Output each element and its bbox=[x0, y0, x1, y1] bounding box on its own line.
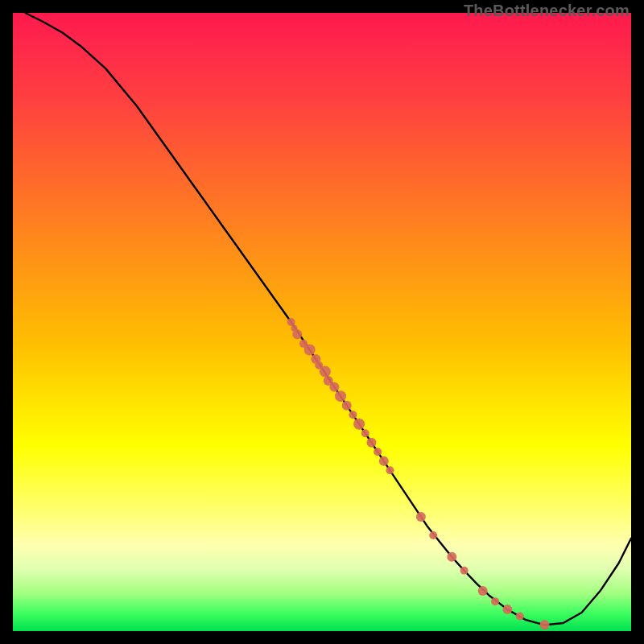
svg-point-12 bbox=[349, 411, 357, 419]
svg-point-17 bbox=[379, 456, 389, 466]
svg-point-4 bbox=[304, 345, 316, 356]
svg-point-14 bbox=[361, 429, 369, 437]
svg-point-21 bbox=[447, 552, 456, 562]
svg-point-9 bbox=[329, 382, 339, 392]
bottleneck-curve bbox=[25, 13, 631, 625]
svg-point-10 bbox=[335, 390, 346, 402]
svg-point-26 bbox=[516, 613, 524, 621]
svg-point-25 bbox=[502, 605, 512, 614]
svg-point-20 bbox=[429, 531, 437, 539]
svg-point-23 bbox=[478, 586, 488, 596]
svg-point-27 bbox=[539, 620, 549, 630]
watermark-text: TheBottlenecker.com bbox=[464, 2, 630, 20]
svg-point-11 bbox=[342, 401, 352, 411]
svg-point-13 bbox=[353, 419, 365, 430]
data-points bbox=[287, 318, 550, 630]
svg-point-16 bbox=[374, 448, 382, 456]
svg-point-22 bbox=[460, 567, 469, 575]
svg-point-0 bbox=[287, 318, 295, 326]
chart-container: TheBottlenecker.com bbox=[0, 0, 644, 644]
svg-point-2 bbox=[292, 329, 302, 339]
chart-svg bbox=[13, 13, 631, 631]
svg-point-24 bbox=[491, 597, 499, 605]
svg-point-18 bbox=[386, 466, 394, 474]
svg-point-15 bbox=[366, 438, 376, 448]
svg-point-7 bbox=[320, 365, 331, 377]
svg-point-19 bbox=[416, 512, 426, 522]
